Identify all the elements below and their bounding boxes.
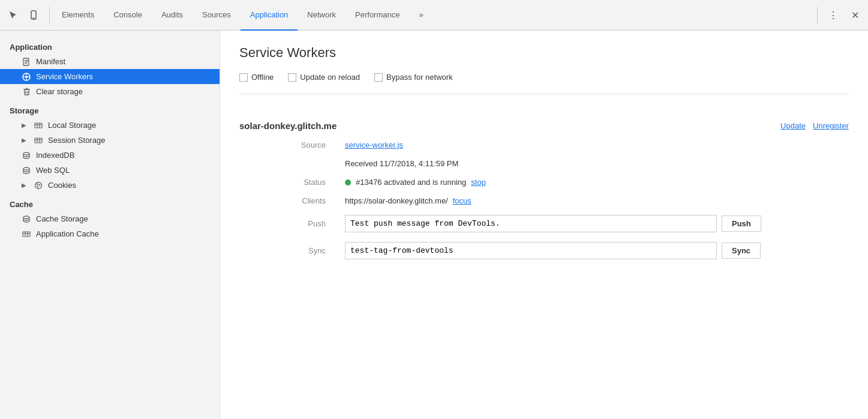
web-sql-label: Web SQL [36,166,70,175]
push-button[interactable]: Push [722,216,761,232]
clients-value: https://solar-donkey.glitch.me/ focus [345,196,849,205]
tab-network[interactable]: Network [298,0,346,31]
worker-card: solar-donkey.glitch.me Update Unregister… [239,111,849,269]
worker-actions: Update Unregister [780,121,849,130]
update-on-reload-checkbox[interactable] [288,73,296,82]
application-cache-label: Application Cache [36,229,99,238]
tab-audits[interactable]: Audits [152,0,193,31]
clients-url: https://solar-donkey.glitch.me/ [345,196,448,205]
received-value: Received 11/7/2018, 4:11:59 PM [345,159,849,168]
mobile-icon[interactable] [25,7,42,23]
sidebar-item-session-storage[interactable]: ▶ Session Storage [0,133,220,148]
sidebar-item-indexeddb[interactable]: IndexedDB [0,148,220,163]
main-layout: Application Manifest Service Workers Cle… [0,31,868,419]
tab-performance[interactable]: Performance [346,0,409,31]
sync-input-row: Sync [345,242,761,259]
received-text: Received 11/7/2018, 4:11:59 PM [345,159,458,168]
local-storage-icon [34,121,43,130]
status-label: Status [287,178,335,187]
source-link[interactable]: service-worker.js [345,140,403,149]
status-indicator [345,179,351,185]
toolbar-tabs: Elements Console Audits Sources Applicat… [52,0,817,31]
status-text: #13476 activated and is running [356,178,466,187]
svg-point-27 [37,184,38,185]
cache-storage-icon [22,215,31,223]
sync-input[interactable] [345,242,717,259]
focus-link[interactable]: focus [453,196,471,205]
tab-sources[interactable]: Sources [193,0,241,31]
svg-point-7 [25,76,28,78]
cursor-icon[interactable] [5,7,22,23]
sidebar-item-web-sql[interactable]: Web SQL [0,163,220,178]
service-workers-icon [22,73,31,81]
svg-point-29 [37,186,38,187]
offline-option[interactable]: Offline [239,73,274,82]
svg-rect-20 [35,138,42,143]
sidebar-item-cache-storage[interactable]: Cache Storage [0,211,220,226]
update-button[interactable]: Update [780,121,806,130]
push-label: Push [287,219,335,228]
stop-link[interactable]: stop [471,178,486,187]
clear-storage-icon [22,88,31,96]
sync-label: Sync [287,246,335,255]
svg-point-26 [35,182,42,188]
clear-storage-label: Clear storage [36,87,83,96]
cache-storage-label: Cache Storage [36,214,88,223]
update-on-reload-label: Update on reload [300,73,360,82]
bypass-for-network-option[interactable]: Bypass for network [374,73,453,82]
local-storage-label: Local Storage [48,121,96,130]
application-section-title: Application [0,35,220,54]
content-area: Service Workers Offline Update on reload… [220,31,868,419]
indexeddb-icon [22,151,31,160]
options-row: Offline Update on reload Bypass for netw… [239,73,849,94]
storage-section-title: Storage [0,99,220,118]
svg-point-25 [23,167,29,170]
toolbar: Elements Console Audits Sources Applicat… [0,0,868,31]
page-title: Service Workers [239,45,849,61]
local-storage-arrow: ▶ [22,122,29,128]
update-on-reload-option[interactable]: Update on reload [288,73,360,82]
close-button[interactable]: ✕ [846,7,863,23]
service-workers-label: Service Workers [36,72,93,81]
clients-label: Clients [287,196,335,205]
sync-button[interactable]: Sync [722,243,761,259]
tab-more[interactable]: » [409,0,433,31]
sidebar: Application Manifest Service Workers Cle… [0,31,220,419]
status-value: #13476 activated and is running stop [345,178,849,187]
svg-point-24 [23,152,29,155]
push-input-row: Push [345,215,761,232]
sidebar-item-local-storage[interactable]: ▶ Local Storage [0,118,220,133]
svg-rect-16 [35,123,42,128]
cookies-icon [34,181,43,190]
unregister-button[interactable]: Unregister [813,121,849,130]
web-sql-icon [22,166,31,175]
bypass-for-network-label: Bypass for network [386,73,453,82]
source-label: Source [287,140,335,149]
session-storage-arrow: ▶ [22,137,29,143]
cookies-arrow: ▶ [22,182,29,188]
sidebar-item-clear-storage[interactable]: Clear storage [0,84,220,99]
sidebar-item-service-workers[interactable]: Service Workers [0,69,220,84]
application-cache-icon [22,230,31,238]
worker-header: solar-donkey.glitch.me Update Unregister [239,121,849,131]
push-value: Push [345,215,849,232]
sidebar-item-application-cache[interactable]: Application Cache [0,226,220,241]
sidebar-item-cookies[interactable]: ▶ Cookies [0,178,220,193]
more-menu-button[interactable]: ⋮ [825,7,842,23]
tab-application[interactable]: Application [241,0,298,31]
sidebar-item-manifest[interactable]: Manifest [0,54,220,69]
sync-value: Sync [345,242,849,259]
bypass-for-network-checkbox[interactable] [374,73,383,82]
push-input[interactable] [345,215,717,232]
svg-rect-12 [25,89,29,95]
tab-console[interactable]: Console [104,0,152,31]
offline-checkbox[interactable] [239,73,248,82]
toolbar-icons [5,7,50,23]
offline-label: Offline [251,73,274,82]
worker-details: Source service-worker.js Received 11/7/2… [239,140,849,259]
tab-elements[interactable]: Elements [52,0,104,31]
manifest-label: Manifest [36,57,65,66]
svg-point-28 [39,184,40,185]
manifest-icon [22,58,31,66]
svg-rect-31 [23,232,30,237]
